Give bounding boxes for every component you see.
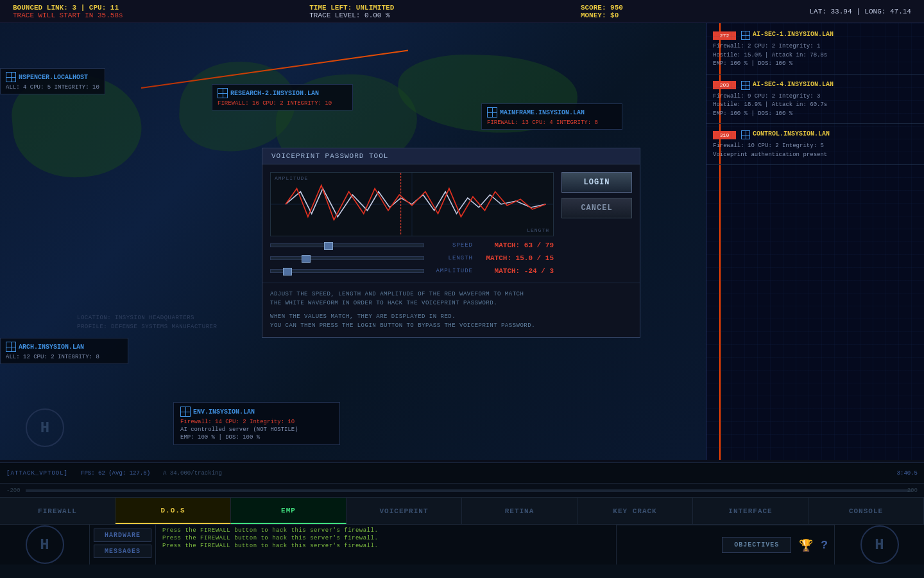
vptool-body: AMPLITUDE LENGTH — [262, 164, 640, 283]
bottom-area: [ATTACK_VPTOOL] FPS: 62 (Avg: 127.6) A 3… — [0, 462, 924, 578]
progress-track[interactable] — [26, 489, 912, 492]
sn-info-aisec4: Firewall: 9 CPU: 2 Integrity: 3 Hostile:… — [713, 92, 918, 119]
location-info: Location: Insysion headquarters Profile:… — [77, 314, 217, 331]
money: MONEY: $0 — [581, 12, 623, 19]
sn-badge-aisec1: 272 — [713, 31, 736, 40]
interface-button[interactable]: INTERFACE — [693, 498, 809, 524]
bottom-row: H HARDWARE MESSAGES Press the FIREWALL b… — [0, 525, 924, 565]
node-crosshair-env — [180, 407, 191, 417]
hardware-button[interactable]: HARDWARE — [94, 529, 151, 542]
node-research2[interactable]: RESEARCH-2.INSYSION.LAN FIREWALL: 16 CPU… — [212, 84, 353, 110]
node-spencer-title: NSPENCER.LOCALHOST — [19, 74, 88, 81]
speed-slider-track[interactable] — [270, 243, 424, 247]
amplitude-label: AMPLITUDE — [428, 268, 473, 274]
sidebar-node-aisec1[interactable]: 272 AI-SEC-1.INSYSION.LAN Firewall: 2 CP… — [706, 23, 924, 74]
sn-info-aisec1: Firewall: 2 CPU: 2 Integrity: 1 Hostile:… — [713, 42, 918, 69]
vptool-dialog: VOICEPRINT PASSWORD TOOL AMPLITUDE LENGT… — [262, 148, 640, 338]
lat-long: LAT: 33.94 | LONG: 47.14 — [810, 8, 911, 15]
trace-info: BOUNCED LINK: 3 | CPU: 11 TRACE WILL STA… — [13, 4, 123, 19]
node-crosshair-arch — [6, 342, 16, 352]
node-env-title: ENV.INSYSION.LAN — [193, 408, 255, 416]
help-icon[interactable]: ? — [821, 539, 828, 552]
sn-title-aisec4: AI-SEC-4.INSYSION.LAN — [753, 81, 834, 88]
fps-display: FPS: 62 (Avg: 127.6) — [81, 470, 150, 477]
length-label: LENGTH — [428, 255, 473, 261]
login-button[interactable]: LOGIN — [561, 172, 632, 193]
node-env-firewall: Firewall: 14 CPU: 2 Integrity: 10 — [180, 419, 333, 425]
vptool-left: AMPLITUDE LENGTH — [270, 172, 554, 275]
waveform-svg — [271, 173, 553, 236]
cancel-button[interactable]: CANCEL — [561, 198, 632, 218]
tracking-display: A 34.000/tracking — [163, 470, 222, 477]
sn-crosshair-control — [741, 130, 750, 139]
log-msg-1: Press the FIREWALL button to hack this s… — [162, 527, 610, 534]
node-research2-title: RESEARCH-2.INSYSION.LAN — [230, 90, 319, 97]
range-right: 200 — [907, 487, 918, 494]
amplitude-slider-track[interactable] — [270, 269, 424, 273]
trophy-icon: 🏆 — [799, 538, 813, 552]
logo-circle-bottom-right: H — [860, 525, 899, 564]
trace-level: TRACE LEVEL: 0.00 % — [309, 12, 394, 19]
node-mainframe-title: MAINFRAME.INSYSION.LAN — [500, 109, 585, 116]
speed-label: SPEED — [428, 242, 473, 249]
key-crack-button[interactable]: KEY CRACK — [578, 498, 693, 524]
logo-circle-left: H — [26, 408, 64, 447]
console-button[interactable]: CONSOLE — [809, 498, 924, 524]
node-research2-firewall: FIREWALL: 16 CPU: 2 INTEGRITY: 10 — [218, 100, 347, 107]
sidebar-node-aisec4[interactable]: 203 AI-SEC-4.INSYSION.LAN Firewall: 9 CP… — [706, 74, 924, 125]
sn-crosshair-aisec4 — [741, 81, 750, 90]
dos-button[interactable]: D.O.S — [116, 498, 231, 524]
node-arch[interactable]: ARCH.INSYSION.LAN ALL: 12 CPU: 2 INTEGRI… — [0, 338, 128, 364]
right-sidebar: 272 AI-SEC-1.INSYSION.LAN Firewall: 2 CP… — [706, 23, 924, 460]
sn-crosshair-aisec1 — [741, 31, 750, 40]
time-trace-info: TIME LEFT: UNLIMITED TRACE LEVEL: 0.00 % — [309, 4, 394, 19]
length-match: MATCH: 15.0 / 15 — [477, 254, 554, 262]
score: SCORE: 950 — [581, 4, 623, 12]
main-buttons: FIREWALL D.O.S EMP VOICEPRINT RETINA KEY… — [0, 498, 924, 525]
hw-msg-buttons: HARDWARE MESSAGES — [90, 525, 156, 565]
top-status-bar: BOUNCED LINK: 3 | CPU: 11 TRACE WILL STA… — [0, 0, 924, 23]
length-slider-row: LENGTH MATCH: 15.0 / 15 — [270, 254, 554, 262]
node-crosshair-research2 — [218, 88, 228, 98]
firewall-button[interactable]: FIREWALL — [0, 498, 116, 524]
status-bar: [ATTACK_VPTOOL] FPS: 62 (Avg: 127.6) A 3… — [0, 463, 924, 484]
emp-button[interactable]: EMP — [231, 498, 346, 524]
sidebar-node-control[interactable]: 310 CONTROL.INSYSION.LAN Firewall: 10 CP… — [706, 124, 924, 165]
attack-label-bar: [ATTACK_VPTOOL] — [6, 470, 68, 477]
retina-button[interactable]: RETINA — [462, 498, 578, 524]
node-env[interactable]: ENV.INSYSION.LAN Firewall: 14 CPU: 2 Int… — [173, 402, 340, 445]
voiceprint-button[interactable]: VOICEPRINT — [346, 498, 462, 524]
vptool-title: VOICEPRINT PASSWORD TOOL — [262, 148, 640, 164]
amplitude-slider-thumb[interactable] — [283, 268, 292, 276]
vptool-desc: ADJUST THE SPEED, LENGTH AND AMPLITUDE O… — [262, 283, 640, 337]
length-slider-track[interactable] — [270, 256, 424, 260]
speed-match: MATCH: 63 / 79 — [477, 241, 554, 249]
messages-button[interactable]: MESSAGES — [94, 545, 151, 558]
timestamp: 3:40.5 — [897, 470, 918, 477]
sn-badge-control: 310 — [713, 131, 736, 139]
score-money: SCORE: 950 MONEY: $0 — [581, 4, 623, 19]
range-left: -200 — [6, 487, 21, 494]
trace-start: TRACE WILL START IN 35.58s — [13, 12, 123, 19]
sn-title-aisec1: AI-SEC-1.INSYSION.LAN — [753, 31, 834, 38]
sn-title-control: CONTROL.INSYSION.LAN — [753, 130, 830, 137]
node-env-ai: AI controlled server (NOT HOSTILE) — [180, 426, 333, 433]
log-area: Press the FIREWALL button to hack this s… — [156, 525, 616, 565]
sn-info-control: Firewall: 10 CPU: 2 Integrity: 5 Voicepr… — [713, 142, 918, 159]
node-mainframe[interactable]: MAINFRAME.INSYSION.LAN FIREWALL: 13 CPU:… — [481, 103, 622, 130]
sn-badge-aisec4: 203 — [713, 81, 736, 89]
speed-slider-thumb[interactable] — [324, 242, 333, 250]
bounced-link-cpu: BOUNCED LINK: 3 | CPU: 11 — [13, 4, 123, 12]
node-crosshair-mainframe — [487, 107, 497, 118]
speed-slider-row: SPEED MATCH: 63 / 79 — [270, 241, 554, 249]
node-arch-info: ALL: 12 CPU: 2 INTEGRITY: 8 — [6, 354, 123, 360]
log-msg-2: Press the FIREWALL button to hack this s… — [162, 535, 610, 541]
wf-label-amplitude: AMPLITUDE — [275, 175, 308, 181]
node-crosshair-spencer — [6, 72, 16, 82]
objectives-button[interactable]: OBJECTIVES — [722, 537, 791, 553]
log-msg-3: Press the FIREWALL button to hack this s… — [162, 543, 610, 549]
node-mainframe-firewall: FIREWALL: 13 CPU: 4 INTEGRITY: 8 — [487, 119, 617, 126]
length-slider-thumb[interactable] — [302, 255, 311, 263]
node-spencer[interactable]: NSPENCER.LOCALHOST ALL: 4 CPU: 5 INTEGRI… — [0, 68, 105, 94]
wf-label-length: LENGTH — [527, 227, 549, 233]
